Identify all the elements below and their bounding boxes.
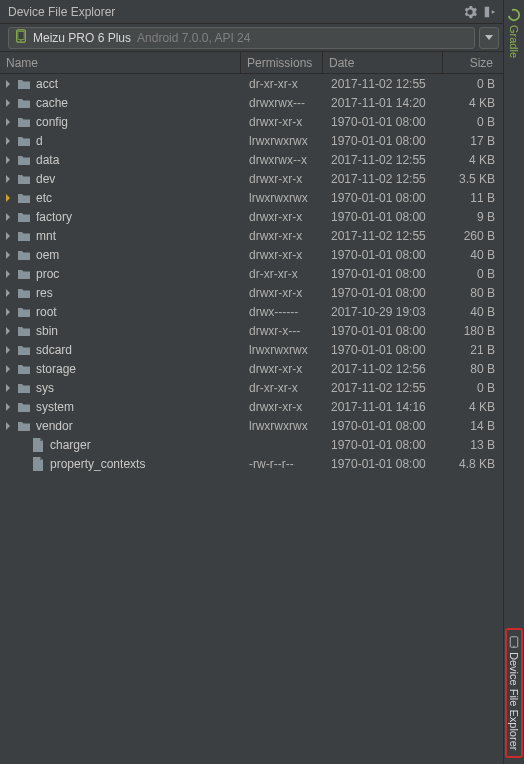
hide-icon[interactable] — [483, 5, 497, 19]
file-name: charger — [50, 438, 91, 452]
date-cell: 1970-01-01 08:00 — [325, 191, 445, 205]
chevron-right-icon[interactable] — [2, 325, 14, 337]
table-row[interactable]: sysdr-xr-xr-x2017-11-02 12:550 B — [0, 378, 503, 397]
device-file-explorer-tab[interactable]: Device File Explorer — [505, 628, 523, 758]
date-cell: 2017-11-02 12:55 — [325, 172, 445, 186]
table-row[interactable]: systemdrwxr-xr-x2017-11-01 14:164 KB — [0, 397, 503, 416]
permissions-cell: drwxr-xr-x — [243, 115, 325, 129]
svg-point-5 — [513, 645, 514, 646]
table-row[interactable]: etclrwxrwxrwx1970-01-01 08:0011 B — [0, 188, 503, 207]
chevron-right-icon[interactable] — [2, 344, 14, 356]
size-cell: 260 B — [445, 229, 503, 243]
phone-icon — [508, 636, 520, 648]
side-tab-strip: Gradle Device File Explorer — [504, 0, 524, 764]
gear-icon[interactable] — [463, 5, 477, 19]
chevron-right-icon[interactable] — [2, 401, 14, 413]
folder-icon — [16, 285, 32, 301]
date-cell: 1970-01-01 08:00 — [325, 134, 445, 148]
folder-icon — [16, 133, 32, 149]
folder-icon — [16, 399, 32, 415]
chevron-right-icon[interactable] — [2, 135, 14, 147]
chevron-right-icon[interactable] — [2, 382, 14, 394]
table-row[interactable]: property_contexts-rw-r--r--1970-01-01 08… — [0, 454, 503, 473]
table-row[interactable]: oemdrwxr-xr-x1970-01-01 08:0040 B — [0, 245, 503, 264]
gradle-icon — [507, 8, 521, 22]
table-row[interactable]: storagedrwxr-xr-x2017-11-02 12:5680 B — [0, 359, 503, 378]
device-dropdown-button[interactable] — [479, 27, 499, 49]
table-row[interactable]: dlrwxrwxrwx1970-01-01 08:0017 B — [0, 131, 503, 150]
date-cell: 2017-10-29 19:03 — [325, 305, 445, 319]
chevron-right-icon[interactable] — [2, 306, 14, 318]
chevron-right-icon[interactable] — [2, 154, 14, 166]
size-cell: 4.8 KB — [445, 457, 503, 471]
file-icon — [30, 437, 46, 453]
table-row[interactable]: acctdr-xr-xr-x2017-11-02 12:550 B — [0, 74, 503, 93]
size-cell: 13 B — [445, 438, 503, 452]
permissions-cell: -rw-r--r-- — [243, 457, 325, 471]
table-row[interactable]: cachedrwxrwx---2017-11-01 14:204 KB — [0, 93, 503, 112]
table-row[interactable]: configdrwxr-xr-x1970-01-01 08:000 B — [0, 112, 503, 131]
size-cell: 3.5 KB — [445, 172, 503, 186]
file-name: config — [36, 115, 68, 129]
table-row[interactable]: resdrwxr-xr-x1970-01-01 08:0080 B — [0, 283, 503, 302]
chevron-right-icon[interactable] — [2, 97, 14, 109]
permissions-cell: drwx------ — [243, 305, 325, 319]
permissions-cell: dr-xr-xr-x — [243, 77, 325, 91]
column-header-date[interactable]: Date — [323, 52, 443, 73]
size-cell: 9 B — [445, 210, 503, 224]
chevron-right-icon[interactable] — [2, 363, 14, 375]
permissions-cell: drwxr-xr-x — [243, 229, 325, 243]
chevron-right-icon[interactable] — [2, 173, 14, 185]
column-header-name[interactable]: Name — [0, 52, 241, 73]
file-name: oem — [36, 248, 59, 262]
folder-icon — [16, 114, 32, 130]
chevron-right-icon[interactable] — [2, 249, 14, 261]
table-row[interactable]: procdr-xr-xr-x1970-01-01 08:000 B — [0, 264, 503, 283]
permissions-cell: drwxr-xr-x — [243, 172, 325, 186]
chevron-right-icon[interactable] — [2, 230, 14, 242]
table-row[interactable]: charger1970-01-01 08:0013 B — [0, 435, 503, 454]
file-tree[interactable]: acctdr-xr-xr-x2017-11-02 12:550 Bcachedr… — [0, 74, 503, 764]
chevron-right-icon[interactable] — [2, 78, 14, 90]
permissions-cell: drwxr-xr-x — [243, 248, 325, 262]
size-cell: 40 B — [445, 248, 503, 262]
size-cell: 14 B — [445, 419, 503, 433]
date-cell: 1970-01-01 08:00 — [325, 210, 445, 224]
chevron-right-icon[interactable] — [2, 211, 14, 223]
file-name: sbin — [36, 324, 58, 338]
chevron-right-icon[interactable] — [2, 192, 14, 204]
gradle-tab[interactable]: Gradle — [507, 4, 521, 62]
date-cell: 2017-11-02 12:55 — [325, 77, 445, 91]
date-cell: 2017-11-02 12:56 — [325, 362, 445, 376]
table-row[interactable]: sbindrwxr-x---1970-01-01 08:00180 B — [0, 321, 503, 340]
file-name: d — [36, 134, 43, 148]
column-header-size[interactable]: Size — [443, 52, 501, 73]
table-row[interactable]: sdcardlrwxrwxrwx1970-01-01 08:0021 B — [0, 340, 503, 359]
table-row[interactable]: mntdrwxr-xr-x2017-11-02 12:55260 B — [0, 226, 503, 245]
folder-icon — [16, 418, 32, 434]
size-cell: 0 B — [445, 267, 503, 281]
device-selector[interactable]: Meizu PRO 6 Plus Android 7.0.0, API 24 — [8, 27, 475, 49]
panel-title-bar: Device File Explorer — [0, 0, 503, 24]
table-row[interactable]: devdrwxr-xr-x2017-11-02 12:553.5 KB — [0, 169, 503, 188]
chevron-right-icon[interactable] — [2, 116, 14, 128]
date-cell: 2017-11-01 14:16 — [325, 400, 445, 414]
permissions-cell: drwxrwx--- — [243, 96, 325, 110]
phone-icon — [15, 29, 27, 46]
table-row[interactable]: vendorlrwxrwxrwx1970-01-01 08:0014 B — [0, 416, 503, 435]
permissions-cell: lrwxrwxrwx — [243, 419, 325, 433]
table-row[interactable]: datadrwxrwx--x2017-11-02 12:554 KB — [0, 150, 503, 169]
folder-icon — [16, 76, 32, 92]
date-cell: 1970-01-01 08:00 — [325, 324, 445, 338]
chevron-right-icon[interactable] — [2, 268, 14, 280]
size-cell: 40 B — [445, 305, 503, 319]
file-name: res — [36, 286, 53, 300]
table-row[interactable]: factorydrwxr-xr-x1970-01-01 08:009 B — [0, 207, 503, 226]
chevron-right-icon[interactable] — [2, 420, 14, 432]
table-row[interactable]: rootdrwx------2017-10-29 19:0340 B — [0, 302, 503, 321]
chevron-right-icon[interactable] — [2, 287, 14, 299]
column-header-permissions[interactable]: Permissions — [241, 52, 323, 73]
size-cell: 0 B — [445, 381, 503, 395]
svg-rect-1 — [18, 32, 24, 40]
file-name: system — [36, 400, 74, 414]
